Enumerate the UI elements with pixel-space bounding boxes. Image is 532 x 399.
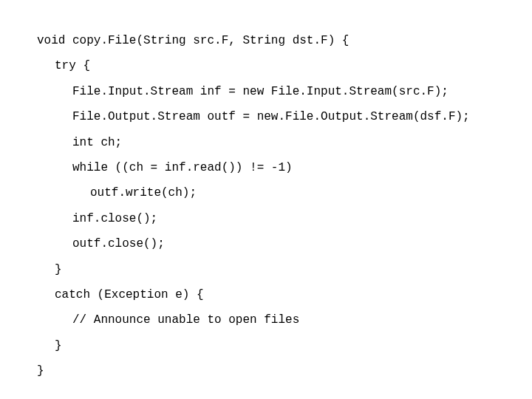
code-line-3: File.Input.Stream inf = new File.Input.S…: [37, 79, 532, 104]
code-line-11: catch (Exception e) {: [37, 282, 532, 307]
code-line-2: try {: [37, 53, 532, 78]
code-line-10: }: [37, 257, 532, 282]
code-line-4: File.Output.Stream outf = new.File.Outpu…: [37, 104, 532, 129]
code-line-14: }: [37, 358, 532, 383]
code-line-13: }: [37, 333, 532, 358]
code-line-8: inf.close();: [37, 206, 532, 231]
code-line-1: void copy.File(String src.F, String dst.…: [37, 28, 532, 53]
code-line-6: while ((ch = inf.read()) != -1): [37, 155, 532, 180]
code-line-5: int ch;: [37, 130, 532, 155]
code-line-9: outf.close();: [37, 231, 532, 256]
code-line-7: outf.write(ch);: [37, 180, 532, 205]
code-line-12: // Announce unable to open files: [37, 307, 532, 332]
